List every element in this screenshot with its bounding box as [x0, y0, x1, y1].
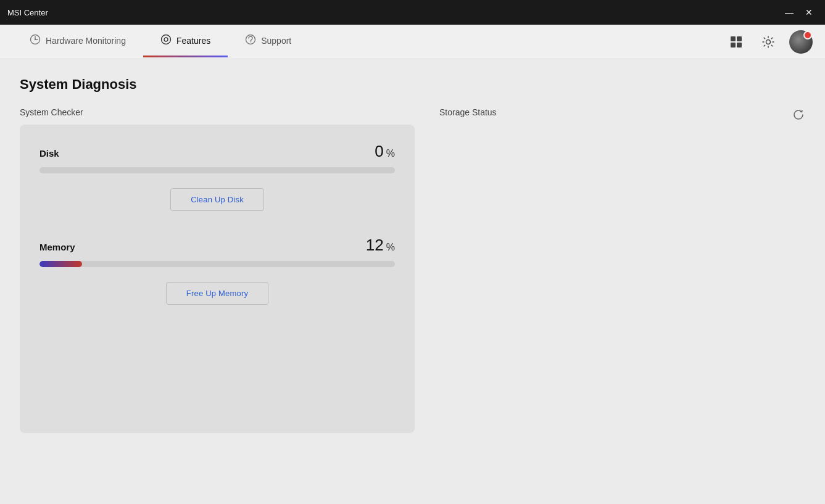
memory-unit: % — [386, 242, 395, 253]
disk-number: 0 — [375, 142, 383, 161]
storage-header: Storage Status — [439, 107, 805, 125]
checker-card: Disk 0 % Clean Up Disk Memory — [20, 125, 415, 433]
storage-refresh-button[interactable] — [792, 108, 805, 125]
tab-support-label: Support — [261, 36, 291, 46]
features-icon — [160, 34, 172, 48]
nav-tabs: Hardware Monitoring Features Support — [12, 25, 309, 59]
user-avatar[interactable] — [789, 30, 813, 54]
hardware-monitoring-icon — [30, 34, 41, 48]
disk-value: 0 % — [375, 142, 395, 161]
app-name: MSI Center — [7, 8, 48, 17]
close-button[interactable]: ✕ — [800, 4, 818, 21]
title-bar-controls: — ✕ — [781, 4, 818, 21]
tab-hardware-monitoring-label: Hardware Monitoring — [46, 36, 126, 46]
svg-point-1 — [35, 39, 36, 40]
svg-point-2 — [161, 35, 170, 44]
svg-point-5 — [251, 41, 252, 43]
storage-status-label: Storage Status — [439, 107, 497, 117]
memory-progress-container — [39, 261, 395, 267]
tab-features[interactable]: Features — [143, 25, 228, 59]
nav-right-controls — [725, 30, 813, 54]
memory-progress-fill — [39, 261, 82, 267]
grid-view-button[interactable] — [725, 31, 747, 53]
memory-number: 12 — [366, 236, 384, 255]
free-up-memory-button[interactable]: Free Up Memory — [166, 282, 268, 305]
svg-point-10 — [766, 39, 771, 44]
page-title: System Diagnosis — [20, 76, 805, 93]
main-content: System Diagnosis System Checker Disk 0 % — [0, 59, 825, 504]
disk-progress-container — [39, 167, 395, 173]
svg-rect-6 — [731, 36, 736, 41]
title-bar: MSI Center — ✕ — [0, 0, 825, 25]
memory-section: Memory 12 % Free Up Memory — [39, 236, 395, 305]
right-panel: Storage Status — [439, 107, 805, 487]
disk-label: Disk — [39, 148, 59, 159]
left-panel: System Checker Disk 0 % Clean Up Disk — [20, 107, 415, 487]
tab-support[interactable]: Support — [228, 25, 309, 59]
disk-section: Disk 0 % Clean Up Disk — [39, 142, 395, 211]
system-checker-label: System Checker — [20, 107, 415, 117]
memory-label: Memory — [39, 242, 75, 252]
svg-rect-8 — [731, 43, 736, 48]
svg-rect-7 — [737, 36, 742, 41]
minimize-button[interactable]: — — [781, 4, 798, 21]
disk-unit: % — [386, 148, 395, 159]
tab-hardware-monitoring[interactable]: Hardware Monitoring — [12, 25, 143, 59]
svg-point-3 — [164, 38, 168, 41]
tab-features-label: Features — [176, 36, 210, 46]
title-bar-left: MSI Center — [7, 8, 48, 17]
support-icon — [245, 34, 256, 48]
disk-header: Disk 0 % — [39, 142, 395, 161]
svg-rect-9 — [737, 43, 742, 48]
clean-up-disk-button[interactable]: Clean Up Disk — [170, 188, 264, 211]
settings-button[interactable] — [757, 31, 779, 53]
content-grid: System Checker Disk 0 % Clean Up Disk — [20, 107, 805, 487]
memory-value: 12 % — [366, 236, 395, 255]
memory-header: Memory 12 % — [39, 236, 395, 255]
nav-bar: Hardware Monitoring Features Support — [0, 25, 825, 59]
